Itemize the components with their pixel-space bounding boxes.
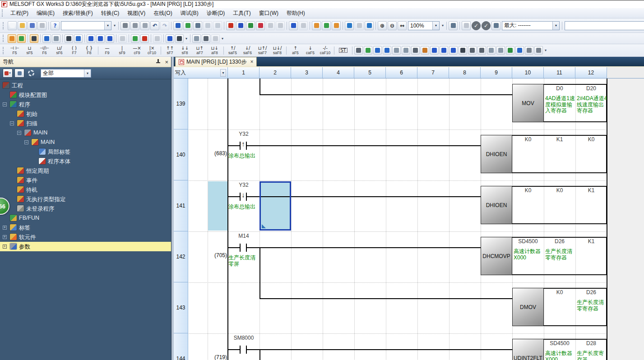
paste-icon[interactable] xyxy=(140,21,149,30)
jump-next-icon[interactable] xyxy=(332,21,341,30)
tree-expand-icon[interactable]: − xyxy=(3,102,7,106)
menu-item[interactable]: 调试(B) xyxy=(176,8,203,18)
device-buffer-monitor-icon[interactable] xyxy=(106,34,114,43)
module-configuration-icon[interactable] xyxy=(17,34,26,43)
program-list-icon[interactable] xyxy=(42,34,51,43)
verify-with-plc-icon[interactable] xyxy=(246,21,255,30)
close-icon[interactable]: × xyxy=(165,59,168,65)
ladder-symbol-caF10[interactable]: -/-caF10 xyxy=(318,45,333,56)
tree-item-事件[interactable]: 事件 xyxy=(0,175,171,185)
ladder-symbol-sF5[interactable]: ⊔sF5 xyxy=(22,45,37,56)
tab-main-prg[interactable]: MAIN [PRG] [LD] 1330步 × xyxy=(175,57,257,66)
new-file-icon[interactable] xyxy=(8,21,17,30)
remote-operation-icon[interactable] xyxy=(256,21,265,30)
menu-item[interactable]: 搜索/替换(F) xyxy=(59,8,97,18)
program-check-icon[interactable] xyxy=(506,46,514,55)
ladder-symbol-ST[interactable]: ST xyxy=(336,45,351,56)
find-binoculars-icon[interactable] xyxy=(65,34,73,43)
tree-item-MAIN[interactable]: −MAIN xyxy=(0,128,171,138)
tree-item-MAIN[interactable]: −MAIN xyxy=(0,138,171,147)
ladder-symbol-saF6[interactable]: ↓/saF6 xyxy=(240,45,255,56)
ladder-symbol-aF7[interactable]: ⊔↑aF7 xyxy=(192,45,207,56)
scan-time-combo[interactable]: 最大: -------▾ xyxy=(502,21,560,30)
save-icon[interactable] xyxy=(28,21,37,30)
quick-find-combo[interactable]: ▾ xyxy=(61,21,111,30)
delete-connect-line-icon[interactable] xyxy=(477,46,486,55)
operand-device[interactable]: SD4500 xyxy=(512,238,544,245)
wrap-statements-icon[interactable] xyxy=(496,46,505,55)
contact-device-name[interactable]: Y32 xyxy=(228,182,259,188)
device-entry-monitor-icon[interactable] xyxy=(96,34,105,43)
monitor-write-2-icon[interactable] xyxy=(276,21,285,30)
ladder-symbol-F9[interactable]: —F9 xyxy=(100,45,115,56)
monitor-screen-icon[interactable] xyxy=(183,21,192,30)
ladder-symbol-cF10[interactable]: |×cF10 xyxy=(144,45,159,56)
monitor-write-1-icon[interactable] xyxy=(266,21,275,30)
tree-item-工程[interactable]: 工程 xyxy=(0,81,171,90)
sampling-trace-icon[interactable] xyxy=(118,34,127,43)
help-icon[interactable]: ? xyxy=(51,21,60,30)
instruction-DHCMOVP[interactable]: DHCMOVP xyxy=(481,237,512,275)
operand-device[interactable]: D20 xyxy=(575,85,607,92)
device-batch-monitor-icon[interactable] xyxy=(87,34,95,43)
toolbar-overflow-icon[interactable]: ▾ xyxy=(184,37,189,41)
device-memory-write-icon[interactable] xyxy=(173,21,182,30)
tree-item-程序[interactable]: −程序 xyxy=(0,100,171,109)
menu-item[interactable]: 工程(P) xyxy=(6,8,32,18)
comment-display-icon[interactable] xyxy=(449,21,458,30)
ladder-symbol-F5[interactable]: ⊣ ⊢F5 xyxy=(7,45,22,56)
operand-device[interactable]: K1 xyxy=(575,238,607,245)
tree-item-局部标签[interactable]: 局部标签 xyxy=(0,147,171,157)
convert-check-1-icon[interactable]: ✓ xyxy=(472,21,481,30)
memo-window-icon[interactable] xyxy=(192,34,201,43)
navigation-window-icon[interactable] xyxy=(8,34,16,43)
tree-item-初始[interactable]: 初始 xyxy=(0,109,171,119)
menu-item[interactable]: 帮助(H) xyxy=(283,8,309,18)
cross-reference-icon[interactable] xyxy=(322,21,331,30)
tree-item-无执行类型指定[interactable]: 无执行类型指定 xyxy=(0,194,171,204)
fb-instance-icon[interactable] xyxy=(364,46,372,55)
contact-device-name[interactable]: SM8000 xyxy=(228,335,259,341)
operand-device[interactable]: D0 xyxy=(544,85,575,92)
device-label-edit-icon[interactable] xyxy=(440,46,448,55)
ladder-symbol-saF8[interactable]: ⊔↓/saF8 xyxy=(270,45,285,56)
menu-item[interactable]: 在线(O) xyxy=(149,8,176,18)
tree-filter-combo[interactable]: 全部 ▾ xyxy=(41,69,91,78)
zoom-in-icon[interactable]: ⊕ xyxy=(378,21,387,30)
simulation-icon[interactable] xyxy=(153,34,162,43)
ladder-symbol-F7[interactable]: ( )F7 xyxy=(67,45,82,56)
undo-icon[interactable]: ↶ xyxy=(150,21,159,30)
device-test-icon[interactable] xyxy=(193,21,202,30)
print-icon[interactable] xyxy=(37,21,46,30)
unit-chip-icon[interactable] xyxy=(30,34,38,43)
zoom-fit-icon[interactable]: ↔ xyxy=(398,21,407,30)
operand-device[interactable]: K0 xyxy=(512,187,544,194)
settings-button[interactable] xyxy=(26,69,36,78)
operand-device[interactable]: K0 xyxy=(544,187,575,194)
toolbar-overflow-icon[interactable]: ▾ xyxy=(440,23,445,28)
menu-item[interactable]: 视图(V) xyxy=(123,8,149,18)
tree-item-恒定周期[interactable]: 恒定周期 xyxy=(0,166,171,175)
selected-cell[interactable] xyxy=(259,181,291,231)
toolbar-overflow-icon[interactable]: ▾ xyxy=(112,23,117,28)
pointer-branch-icon[interactable] xyxy=(411,46,420,55)
convert-check-2-icon[interactable]: ✓ xyxy=(482,21,491,30)
operand-device[interactable]: K1 xyxy=(575,187,607,194)
ladder-symbol-sF8[interactable]: ↓↓sF8 xyxy=(177,45,192,56)
copy-icon[interactable] xyxy=(130,21,139,30)
ladder-symbol-sF6[interactable]: ⊔/sF6 xyxy=(52,45,67,56)
operand-device[interactable]: SD4500 xyxy=(544,340,575,346)
note-edit-icon[interactable] xyxy=(383,46,391,55)
monitor-status-icon[interactable] xyxy=(462,21,471,30)
menu-item[interactable]: 窗口(W) xyxy=(255,8,283,18)
temporary-change-2-icon[interactable] xyxy=(534,46,543,55)
tree-item-扫描[interactable]: −扫描 xyxy=(0,119,171,128)
operand-device[interactable]: K0 xyxy=(544,289,575,295)
tree-item-未登录程序[interactable]: 未登录程序 xyxy=(0,204,171,213)
edit-connect-line-icon[interactable] xyxy=(468,46,477,55)
window-cascade-icon[interactable] xyxy=(345,21,354,30)
tab-close-icon[interactable]: × xyxy=(250,59,253,65)
ladder-symbol-sF9[interactable]: |sF9 xyxy=(115,45,130,56)
ladder-symbol-cF9[interactable]: —×cF9 xyxy=(130,45,144,56)
operand-device[interactable]: D26 xyxy=(575,289,607,295)
